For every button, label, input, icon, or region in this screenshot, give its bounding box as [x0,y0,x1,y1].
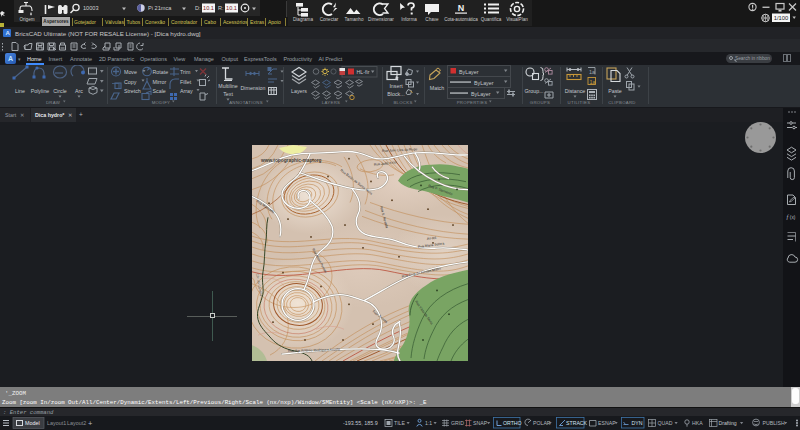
svg-text:Multiline: Multiline [218,83,237,89]
svg-text:VisualPlan: VisualPlan [506,17,528,22]
svg-text:GRID: GRID [451,420,464,426]
svg-text:(x): (x) [790,215,796,220]
svg-text:QUAD: QUAD [658,420,673,426]
svg-text:DRAW: DRAW [46,100,61,105]
svg-text:Stretch: Stretch [124,88,141,94]
svg-text:Layout2: Layout2 [67,420,86,426]
svg-text:ORTHO: ORTHO [503,420,522,426]
svg-text:Move: Move [124,69,137,75]
svg-text:Layers: Layers [291,88,307,94]
svg-text:R:: R: [218,5,224,11]
svg-text:1:1: 1:1 [425,420,432,426]
svg-text:GROUPS: GROUPS [530,100,550,105]
svg-text:PROPERTIES: PROPERTIES [457,100,488,105]
svg-text:D:: D: [195,5,201,11]
svg-text:www.topographic-map.org: www.topographic-map.org [260,158,322,163]
svg-text:Dimensionar: Dimensionar [368,17,394,22]
svg-text:Paste: Paste [608,88,622,94]
svg-text:10003: 10003 [83,5,99,11]
svg-text:STRACK: STRACK [566,420,588,426]
svg-text:Text: Text [223,91,233,97]
svg-text:ANNOTATIONS: ANNOTATIONS [229,100,263,105]
svg-text:Pi 21mca: Pi 21mca [148,5,172,11]
svg-text:DYN: DYN [632,420,643,426]
svg-text:Rotate: Rotate [153,69,169,75]
svg-text:UTILITIES: UTILITIES [568,100,591,105]
svg-text:Polyline: Polyline [31,88,50,94]
svg-text:CLIPBOARD: CLIPBOARD [608,100,636,105]
svg-text:N: N [458,3,465,13]
svg-text:1/100: 1/100 [774,15,789,21]
svg-text:Group...: Group... [524,88,543,94]
svg-text:HKA: HKA [692,420,703,426]
svg-text:Layout1: Layout1 [47,420,66,426]
svg-text:Model: Model [25,420,40,426]
svg-text:ByLayer: ByLayer [474,80,494,86]
svg-text:ESNAP: ESNAP [598,420,616,426]
svg-text:1a: 1a [589,69,596,75]
svg-text:Array: Array [180,88,193,94]
svg-text:TILE: TILE [394,420,405,426]
svg-text:10.1: 10.1 [203,5,214,11]
svg-text:Copy: Copy [124,79,137,85]
svg-text:Cota-automática: Cota-automática [444,17,478,22]
svg-text:Drafting: Drafting [719,420,737,426]
svg-text:MODIFY: MODIFY [152,100,171,105]
svg-text:Mirror: Mirror [153,79,167,85]
svg-text:Insert: Insert [389,83,403,89]
svg-text:PUBLISH: PUBLISH [763,420,785,426]
svg-text:Scale: Scale [153,88,166,94]
svg-text:Quantifica: Quantifica [481,17,502,22]
svg-text:Chave: Chave [425,17,439,22]
svg-text:Trim: Trim [180,69,191,75]
svg-text:Dimension: Dimension [240,85,265,91]
svg-text:Origem: Origem [19,17,34,22]
svg-text:10.1: 10.1 [226,5,237,11]
svg-text:SNAP: SNAP [473,420,488,426]
svg-text:LAYERS: LAYERS [322,100,340,105]
svg-text:ByLayer: ByLayer [459,69,479,75]
svg-text:Circle: Circle [53,88,67,94]
svg-text:Tamanho: Tamanho [345,17,364,22]
svg-text:Arc: Arc [75,88,83,94]
svg-text:Informa: Informa [401,17,417,22]
svg-text:Fillet: Fillet [180,79,192,85]
svg-text:Block...: Block... [387,91,404,97]
svg-text:POLAR: POLAR [533,420,551,426]
svg-text:-193.55, 185.9: -193.55, 185.9 [343,420,378,426]
svg-text:Conectar: Conectar [320,17,339,22]
svg-text:Diagrama: Diagrama [293,17,313,22]
svg-text:Distance: Distance [565,88,586,94]
svg-text:Match: Match [430,85,444,91]
svg-text:BLOCKS: BLOCKS [393,100,412,105]
svg-text:1a: 1a [590,79,597,85]
svg-text:Line: Line [15,88,25,94]
svg-text:ByLayer: ByLayer [471,91,491,97]
svg-text:HL-fir: HL-fir [357,69,370,75]
svg-text:+: + [88,419,93,428]
